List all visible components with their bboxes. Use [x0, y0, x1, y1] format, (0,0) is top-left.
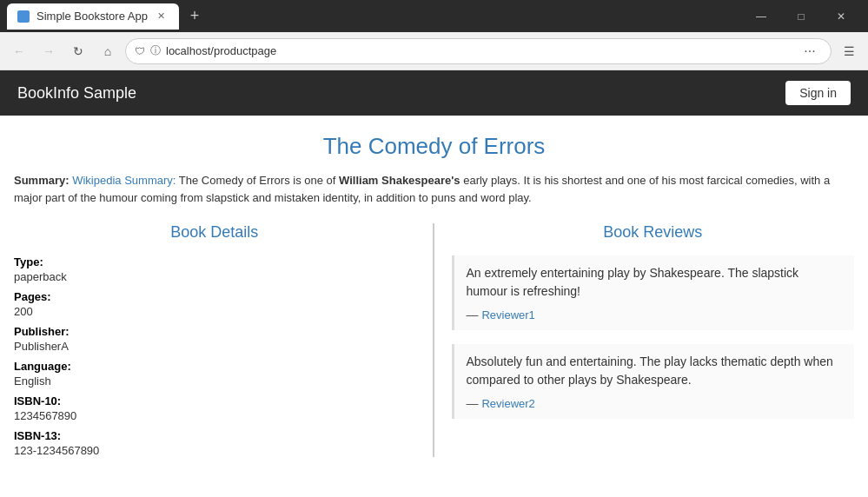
details-heading: Book Details: [14, 223, 415, 242]
columns-wrap: Book Details Type:paperbackPages:200Publ…: [14, 223, 854, 457]
wikipedia-link[interactable]: Wikipedia Summary:: [72, 174, 176, 187]
book-reviews-column: Book Reviews An extremely entertaining p…: [434, 223, 855, 457]
book-title: The Comedy of Errors: [14, 133, 854, 160]
reviewer-name: — Reviewer1: [467, 308, 843, 321]
address-bar[interactable]: [166, 44, 792, 57]
browser-navbar: ← → ↻ ⌂ 🛡 ⓘ ··· ☰: [0, 32, 868, 70]
back-button[interactable]: ←: [7, 39, 31, 63]
detail-value: 200: [14, 305, 415, 318]
window-controls: — □ ✕: [741, 0, 861, 32]
reviews-list: An extremely entertaining play by Shakes…: [452, 255, 855, 419]
tab-close-button[interactable]: ✕: [155, 10, 169, 23]
details-list: Type:paperbackPages:200Publisher:Publish…: [14, 255, 415, 457]
new-tab-button[interactable]: +: [182, 4, 207, 29]
address-bar-menu[interactable]: ···: [798, 39, 822, 63]
main-content: The Comedy of Errors Summary: Wikipedia …: [0, 116, 868, 474]
maximize-button[interactable]: □: [781, 0, 821, 32]
lock-icon: 🛡: [135, 45, 145, 57]
address-bar-wrap[interactable]: 🛡 ⓘ ···: [125, 38, 832, 64]
detail-value: PublisherA: [14, 340, 415, 353]
author-name: William Shakespeare's: [339, 174, 461, 187]
reload-button[interactable]: ↻: [66, 39, 90, 63]
reviewer-name: — Reviewer2: [467, 396, 843, 410]
summary-label: Summary:: [14, 174, 70, 187]
detail-value: paperback: [14, 270, 415, 283]
detail-label: Publisher:: [14, 325, 415, 338]
summary-text-1: The Comedy of Errors is one of: [176, 174, 339, 187]
summary-section: Summary: Wikipedia Summary: The Comedy o…: [14, 172, 854, 206]
detail-value: 1234567890: [14, 409, 415, 422]
reviews-heading: Book Reviews: [452, 223, 855, 242]
tab-title: Simple Bookstore App: [36, 10, 148, 23]
forward-button[interactable]: →: [36, 39, 61, 63]
browser-menu-button[interactable]: ☰: [837, 39, 861, 63]
book-details-column: Book Details Type:paperbackPages:200Publ…: [14, 223, 434, 457]
app-header: BookInfo Sample Sign in: [0, 70, 868, 116]
info-icon: ⓘ: [150, 43, 161, 58]
review-text: An extremely entertaining play by Shakes…: [467, 264, 843, 301]
app-title: BookInfo Sample: [17, 84, 136, 103]
detail-label: Pages:: [14, 290, 415, 303]
detail-value: 123-1234567890: [14, 444, 415, 457]
detail-value: English: [14, 374, 415, 388]
home-button[interactable]: ⌂: [96, 39, 120, 63]
review-text: Absolutely fun and entertaining. The pla…: [467, 353, 843, 389]
detail-label: Language:: [14, 360, 415, 373]
detail-label: Type:: [14, 255, 415, 268]
review-card: An extremely entertaining play by Shakes…: [452, 255, 855, 330]
sign-in-button[interactable]: Sign in: [785, 81, 851, 105]
minimize-button[interactable]: —: [741, 0, 781, 32]
browser-tab[interactable]: Simple Bookstore App ✕: [7, 3, 179, 30]
close-button[interactable]: ✕: [821, 0, 861, 32]
review-card: Absolutely fun and entertaining. The pla…: [452, 344, 855, 419]
browser-titlebar: Simple Bookstore App ✕ + — □ ✕: [0, 0, 868, 32]
detail-label: ISBN-13:: [14, 429, 415, 442]
detail-label: ISBN-10:: [14, 394, 415, 408]
tab-favicon: [17, 10, 30, 23]
